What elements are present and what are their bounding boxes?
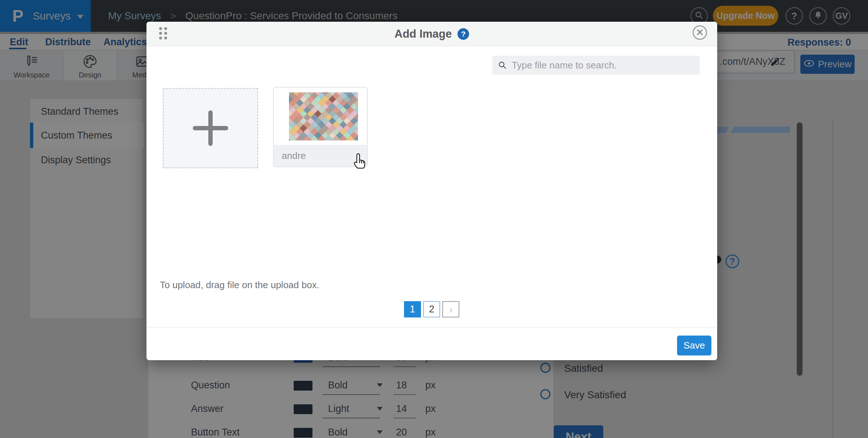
file-search-box — [492, 56, 700, 75]
save-button[interactable]: Save — [677, 336, 711, 355]
mosaic-image — [289, 92, 358, 140]
pagination-page-2[interactable]: 2 — [423, 301, 440, 317]
app-root: P Surveys My Surveys > QuestionPro : Ser… — [0, 0, 868, 438]
pagination-next[interactable]: › — [442, 301, 459, 317]
modal-footer: Save — [146, 327, 717, 360]
modal-title-wrap: Add Image ? — [146, 22, 717, 46]
mouse-cursor-pointer — [353, 153, 368, 171]
help-icon[interactable]: ? — [458, 28, 469, 40]
search-icon — [498, 61, 507, 70]
close-icon — [697, 29, 703, 37]
add-image-modal: Add Image ? andre To upload, drag file o… — [146, 22, 717, 360]
modal-header: Add Image ? — [146, 22, 717, 46]
file-name: andre — [282, 150, 306, 161]
modal-title: Add Image — [395, 28, 452, 41]
file-search-input[interactable] — [511, 59, 700, 71]
close-button[interactable] — [693, 25, 707, 40]
pagination-page-1[interactable]: 1 — [404, 301, 421, 317]
plus-icon — [208, 110, 213, 146]
upload-dropzone[interactable] — [163, 88, 258, 168]
upload-hint-text: To upload, drag file on the upload box. — [160, 279, 319, 291]
